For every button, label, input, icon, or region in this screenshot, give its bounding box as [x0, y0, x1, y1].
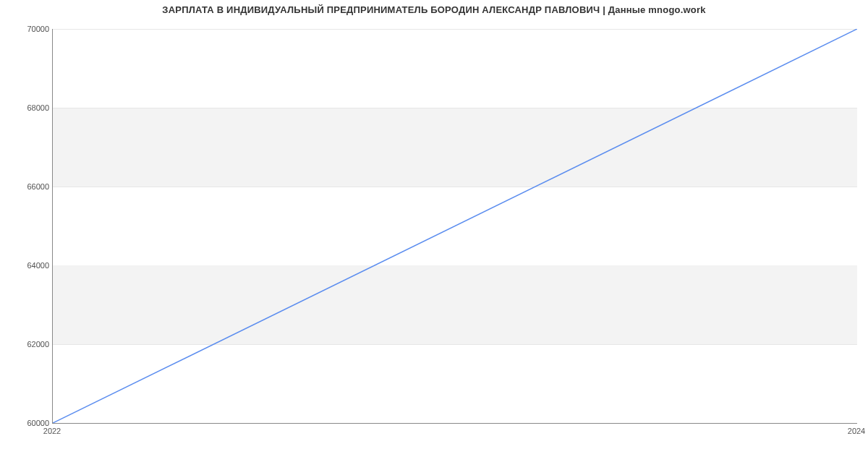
y-tick-label: 64000 [6, 261, 49, 270]
gridline-y [53, 423, 857, 424]
y-tick-label: 70000 [6, 25, 49, 33]
line-series [53, 29, 857, 423]
x-tick-label: 2022 [43, 427, 61, 435]
plot-area [52, 29, 857, 424]
y-tick-label: 62000 [6, 340, 49, 349]
series-line [53, 29, 857, 423]
x-tick-label: 2024 [848, 427, 865, 435]
chart-title: ЗАРПЛАТА В ИНДИВИДУАЛЬНЫЙ ПРЕДПРИНИМАТЕЛ… [0, 4, 868, 15]
y-tick-label: 68000 [6, 103, 49, 112]
chart-container: ЗАРПЛАТА В ИНДИВИДУАЛЬНЫЙ ПРЕДПРИНИМАТЕЛ… [0, 0, 868, 470]
y-tick-label: 66000 [6, 182, 49, 191]
